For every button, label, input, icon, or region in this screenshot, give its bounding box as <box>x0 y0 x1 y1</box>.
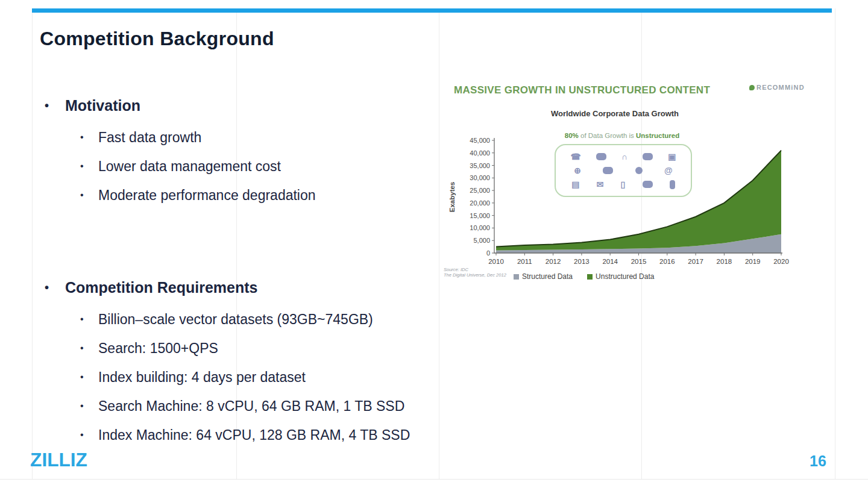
grid-guide-line <box>0 479 868 480</box>
bullet-text: Fast data growth <box>98 129 201 146</box>
unstructured-area <box>496 151 781 251</box>
accent-bar <box>32 8 832 13</box>
bullet-dot: • <box>80 398 98 414</box>
zilliz-logo: ZILLIZ <box>30 449 87 471</box>
bullet-item: •Lower data management cost <box>40 158 474 175</box>
bullet-dot: • <box>80 427 98 443</box>
bullet-item: •Index Machine: 64 vCPU, 128 GB RAM, 4 T… <box>40 427 474 443</box>
bullet-item: •Search Machine: 8 vCPU, 64 GB RAM, 1 TB… <box>40 398 474 414</box>
x-axis-tick-label: 2013 <box>574 258 590 265</box>
bullet-text: Billion–scale vector datasets (93GB~745G… <box>98 311 373 328</box>
bullet-dot: • <box>80 129 98 146</box>
bullet-dot: • <box>80 369 98 386</box>
x-axis-tick-label: 2019 <box>745 258 761 265</box>
source-note: Source: IDC The Digital Universe, Dec 20… <box>444 267 506 278</box>
bullet-text: Search Machine: 8 vCPU, 64 GB RAM, 1 TB … <box>98 398 404 414</box>
legend-label: Unstructured Data <box>596 272 654 281</box>
chart-title: Worldwide Corporate Data Growth <box>446 109 784 118</box>
bullet-group-motivation: • Motivation •Fast data growth•Lower dat… <box>40 96 474 216</box>
bullet-sublist: •Billion–scale vector datasets (93GB~745… <box>40 311 474 443</box>
bullet-text: Index Machine: 64 vCPU, 128 GB RAM, 4 TB… <box>98 427 410 443</box>
x-axis-tick-label: 2016 <box>659 258 675 265</box>
y-axis-tick-label: 35,000 <box>470 162 490 169</box>
y-axis-tick-label: 20,000 <box>470 199 490 207</box>
source-line: Source: IDC <box>444 267 506 272</box>
y-axis-label: Exabytes <box>448 182 456 213</box>
page-number: 16 <box>810 452 826 470</box>
x-axis-tick-label: 2017 <box>688 258 703 265</box>
bullet-heading-row: • Competition Requirements <box>40 278 474 296</box>
slide: Competition Background • Motivation •Fas… <box>0 0 868 488</box>
slide-title: Competition Background <box>40 28 274 50</box>
bullet-heading: Competition Requirements <box>65 278 257 296</box>
growth-chart: 05,00010,00015,00020,00025,00030,00035,0… <box>446 128 793 272</box>
bullet-sublist: •Fast data growth•Lower data management … <box>40 129 474 204</box>
bullet-heading-row: • Motivation <box>40 96 474 114</box>
bullet-item: •Search: 1500+QPS <box>40 340 474 357</box>
legend-label: Structured Data <box>522 272 573 281</box>
grid-guide-line <box>32 8 33 479</box>
x-axis-tick-label: 2012 <box>546 258 561 265</box>
x-axis-tick-label: 2010 <box>488 258 504 265</box>
y-axis-tick-label: 30,000 <box>470 174 490 181</box>
bullet-dot: • <box>40 278 65 296</box>
legend-item: Unstructured Data <box>587 272 654 281</box>
bullet-item: •Moderate performance degradation <box>40 187 474 204</box>
figure-title: MASSIVE GROWTH IN UNSTRUCTURED CONTENT <box>454 84 710 96</box>
legend-swatch <box>587 274 593 280</box>
bullet-item: •Fast data growth <box>40 129 474 146</box>
y-axis-tick-label: 45,000 <box>470 137 490 144</box>
y-axis-tick-label: 0 <box>486 249 490 257</box>
chart-legend: Structured DataUnstructured Data <box>514 272 654 281</box>
recommind-mark-icon <box>749 85 755 90</box>
y-axis-tick-label: 40,000 <box>470 149 490 157</box>
bullet-text: Lower data management cost <box>98 158 281 175</box>
bullet-dot: • <box>80 311 98 328</box>
bullet-text: Moderate performance degradation <box>98 187 316 204</box>
bullet-group-requirements: • Competition Requirements •Billion–scal… <box>40 278 474 455</box>
x-axis-tick-label: 2015 <box>631 258 647 265</box>
y-axis-tick-label: 25,000 <box>470 187 490 194</box>
legend-swatch <box>514 274 519 280</box>
x-axis-tick-label: 2014 <box>602 258 618 265</box>
bullet-dot: • <box>40 96 65 114</box>
bullet-text: Search: 1500+QPS <box>98 340 218 357</box>
bullet-item: •Billion–scale vector datasets (93GB~745… <box>40 311 474 328</box>
x-axis-tick-label: 2020 <box>773 258 789 265</box>
recommind-logo-text: RECOMMiND <box>756 84 805 91</box>
x-axis-tick-label: 2018 <box>717 258 732 265</box>
source-line: The Digital Universe, Dec 2012 <box>444 272 506 278</box>
bullet-heading: Motivation <box>65 96 140 114</box>
legend-item: Structured Data <box>514 272 573 281</box>
bullet-item: •Index building: 4 days per dataset <box>40 369 474 386</box>
bullet-dot: • <box>80 340 98 357</box>
grid-guide-line <box>835 8 835 479</box>
bullet-dot: • <box>80 158 98 175</box>
y-axis-tick-label: 10,000 <box>470 224 490 231</box>
x-axis-tick-label: 2011 <box>517 258 532 265</box>
recommind-logo: RECOMMiND <box>749 84 805 91</box>
y-axis-tick-label: 15,000 <box>470 212 490 219</box>
bullet-dot: • <box>80 187 98 204</box>
y-axis-tick-label: 5,000 <box>473 237 490 244</box>
bullet-text: Index building: 4 days per dataset <box>98 369 306 386</box>
